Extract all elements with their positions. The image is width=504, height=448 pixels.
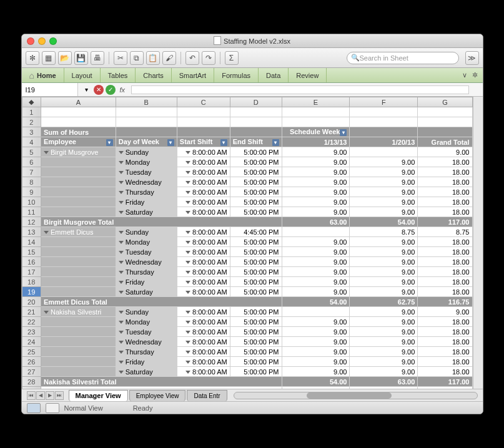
col-header-E[interactable]: E xyxy=(282,97,350,107)
horizontal-scrollbar[interactable] xyxy=(234,392,478,399)
tab-data[interactable]: Data xyxy=(259,68,289,82)
cancel-icon[interactable]: ✕ xyxy=(94,85,104,95)
formula-bar: I19 ▾ ✕ ✓ fx xyxy=(22,83,483,97)
sheet-tabs: ⏮ ◀ ▶ ⏭ Manager View Employee View Data … xyxy=(22,389,483,401)
first-sheet-button[interactable]: ⏮ xyxy=(27,391,36,400)
save-button[interactable]: 💾 xyxy=(74,51,88,65)
paste-button[interactable]: 📋 xyxy=(146,51,160,65)
col-header-B[interactable]: B xyxy=(116,97,177,107)
prev-sheet-button[interactable]: ◀ xyxy=(36,391,45,400)
ribbon: ⌂Home Layout Tables Charts SmartArt Form… xyxy=(22,68,483,83)
last-sheet-button[interactable]: ⏭ xyxy=(55,391,64,400)
dropdown-icon[interactable]: ▾ xyxy=(82,85,92,95)
col-header-D[interactable]: D xyxy=(230,97,282,107)
minimize-icon[interactable] xyxy=(38,37,46,45)
sheet-tab-employee-view[interactable]: Employee View xyxy=(129,390,186,401)
formula-input[interactable] xyxy=(131,85,468,94)
fx-icon[interactable]: fx xyxy=(117,86,128,94)
close-icon[interactable] xyxy=(27,37,34,45)
toolbar: ✻ ▦ 📂 💾 🖶 ✂ ⧉ 📋 🖌 ↶ ↷ Σ 🔍 Search in Shee… xyxy=(22,48,483,68)
col-header-G[interactable]: G xyxy=(418,97,472,107)
col-header-F[interactable]: F xyxy=(350,97,418,107)
vertical-scrollbar[interactable] xyxy=(473,97,483,389)
col-header-C[interactable]: C xyxy=(177,97,230,107)
zoom-icon[interactable] xyxy=(49,37,57,45)
format-painter-button[interactable]: 🖌 xyxy=(162,51,176,65)
search-input[interactable]: 🔍 Search in Sheet xyxy=(347,52,459,64)
templates-button[interactable]: ▦ xyxy=(42,51,56,65)
search-placeholder: Search in Sheet xyxy=(360,54,408,62)
cut-button[interactable]: ✂ xyxy=(114,51,127,65)
window-title: Staffing Model v2.xlsx xyxy=(22,36,483,46)
search-icon: 🔍 xyxy=(351,54,360,62)
tab-formulas[interactable]: Formulas xyxy=(214,68,259,82)
tab-smartart[interactable]: SmartArt xyxy=(172,68,214,82)
tab-review[interactable]: Review xyxy=(289,68,327,82)
sheet-area: ◆ABCDEFG123Sum of HoursSchedule Week ▾4E… xyxy=(22,97,483,389)
home-icon: ⌂ xyxy=(29,72,34,79)
titlebar[interactable]: Staffing Model v2.xlsx xyxy=(22,34,483,48)
redo-button[interactable]: ↷ xyxy=(202,51,215,65)
document-icon xyxy=(214,36,221,45)
tab-tables[interactable]: Tables xyxy=(101,68,136,82)
gear-icon[interactable]: ✲ xyxy=(472,71,478,79)
new-button[interactable]: ✻ xyxy=(26,51,39,65)
status-ready: Ready xyxy=(133,404,153,412)
status-bar: Normal View Ready xyxy=(22,401,483,414)
open-button[interactable]: 📂 xyxy=(58,51,72,65)
normal-view-button[interactable] xyxy=(27,403,41,413)
name-box[interactable]: I19 xyxy=(22,83,78,96)
sheet-tab-data-entry[interactable]: Data Entr xyxy=(187,390,227,401)
view-label: Normal View xyxy=(64,404,103,412)
autosum-button[interactable]: Σ xyxy=(225,51,239,65)
copy-button[interactable]: ⧉ xyxy=(130,51,144,65)
print-button[interactable]: 🖶 xyxy=(91,51,104,65)
select-all[interactable]: ◆ xyxy=(22,97,41,107)
undo-button[interactable]: ↶ xyxy=(185,51,199,65)
tab-layout[interactable]: Layout xyxy=(64,68,101,82)
expand-icon[interactable]: ∨ xyxy=(462,71,467,79)
next-sheet-button[interactable]: ▶ xyxy=(46,391,54,400)
tab-charts[interactable]: Charts xyxy=(136,68,171,82)
overflow-button[interactable]: ≫ xyxy=(465,51,479,65)
col-header-A[interactable]: A xyxy=(41,97,116,107)
sheet-tab-manager-view[interactable]: Manager View xyxy=(69,390,128,401)
page-layout-view-button[interactable] xyxy=(46,403,59,413)
grid[interactable]: ◆ABCDEFG123Sum of HoursSchedule Week ▾4E… xyxy=(22,97,473,389)
confirm-icon[interactable]: ✓ xyxy=(106,85,116,95)
tab-home[interactable]: ⌂Home xyxy=(22,68,64,82)
app-window: Staffing Model v2.xlsx ✻ ▦ 📂 💾 🖶 ✂ ⧉ 📋 🖌… xyxy=(21,34,483,414)
